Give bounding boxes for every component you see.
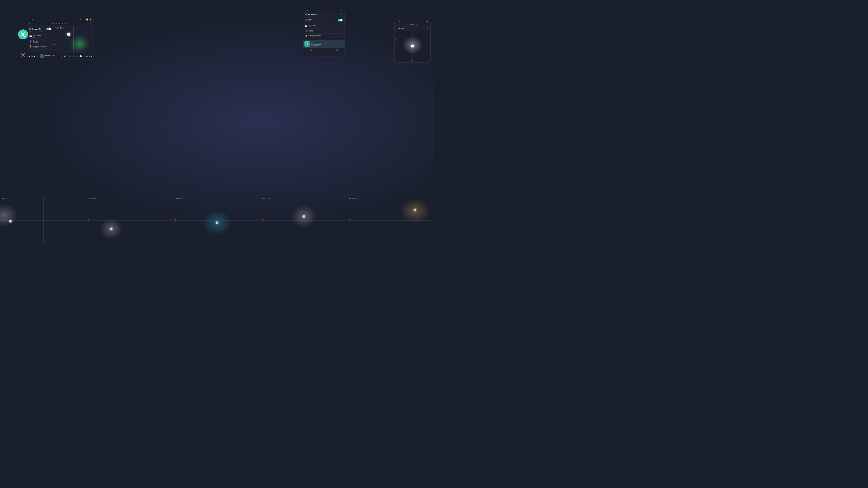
setting-name-yob: Year of Birth xyxy=(33,35,50,37)
dialog-toggle-label: Personi-Fi xyxy=(305,19,324,20)
gear-icon[interactable]: ⚙ xyxy=(72,55,74,57)
setting-value-le: Average xyxy=(33,47,50,48)
tone-panel-1: Audio Tone Clarity ←Power→ xyxy=(0,197,87,244)
personi-fi-icon[interactable] xyxy=(18,29,28,39)
third-nav-back[interactable]: ◁ xyxy=(401,64,402,64)
phone-content: Personi-Fi Optimize your sound for your … xyxy=(27,26,94,56)
messages-icon[interactable]: 💬 xyxy=(79,55,82,57)
listening-experience-row[interactable]: 👂 Listening Experience Average › xyxy=(29,44,51,50)
svg-rect-2 xyxy=(24,32,25,36)
now-playing-bar: q qobuz SeatSonic Demo Harman Kardon xyxy=(303,40,344,48)
status-bar: 11:45 4G ▲ 📶 🔋 xyxy=(27,18,94,21)
tone-glow-1 xyxy=(0,204,18,227)
svg-rect-7 xyxy=(305,14,306,15)
nav-home[interactable]: ○ xyxy=(323,49,324,51)
dialog-le-row[interactable]: 👂 Listening Experience Average › xyxy=(305,34,343,39)
audio-tone-body[interactable]: Clarity ←Power→ xyxy=(395,31,430,62)
volume-value-left: 22.0 xyxy=(31,55,35,57)
clarity-label: Clarity xyxy=(395,39,397,42)
chevron-gender: › xyxy=(51,41,51,42)
svg-point-3 xyxy=(22,54,24,56)
tone-power-2: ←Power→ xyxy=(126,241,134,242)
close-button[interactable]: ✕ xyxy=(90,22,92,25)
dialog-close-button[interactable]: ✕ xyxy=(341,13,343,15)
tone-ch-v-3 xyxy=(217,197,217,244)
at-close[interactable]: ✕ xyxy=(427,28,429,30)
svg-rect-8 xyxy=(306,14,306,15)
volume-value-right: 22.0 xyxy=(86,55,90,57)
volume-second: ‹ xyxy=(85,55,85,57)
dialog-yob-row[interactable]: 📅 Year of Birth 1997 › xyxy=(305,23,343,29)
third-icons: ▲▲ xyxy=(397,21,401,23)
audio-tone-title: Audio Tone xyxy=(53,26,94,30)
crosshair-v xyxy=(73,26,74,56)
tone-dot-2[interactable] xyxy=(110,228,113,230)
secondary-time-val: 11:11 xyxy=(339,10,342,11)
svg-rect-9 xyxy=(307,13,307,15)
gender-row[interactable]: 👤 Gender Female › xyxy=(29,39,51,44)
chevron-le: › xyxy=(51,46,51,48)
settings-panel: Personi-Fi Optimize your sound for your … xyxy=(27,26,53,56)
tone-clarity-3: Clarity xyxy=(175,218,176,222)
dialog-body: Personi-Fi Optimize your sound for your … xyxy=(303,17,344,40)
phone-nav: ◁ ○ □ xyxy=(303,48,344,52)
tone-power-5: ←Power→ xyxy=(387,241,395,242)
year-of-birth-row[interactable]: 📅 Year of Birth 1997 › xyxy=(29,34,51,39)
phone-icon[interactable]: 📞 xyxy=(75,55,78,57)
tone-clarity-2: Clarity xyxy=(88,218,89,222)
now-playing: SeatSonic Demo Harman Kardon xyxy=(39,54,59,58)
clarity-axis-label: ↑Clarity↓ xyxy=(53,43,57,45)
tone-panel-2: Audio Tone Clarity ←Power→ xyxy=(87,197,174,244)
nav-recent[interactable]: □ xyxy=(336,49,338,51)
time: 11:45 xyxy=(30,19,34,21)
phone-header: ‹ harman/kardon ✕ xyxy=(27,21,94,26)
dialog-gender-row[interactable]: 👤 Gender Female › xyxy=(305,29,343,34)
grid-icon[interactable]: ⊞ xyxy=(69,55,71,57)
app-title: harman/kardon xyxy=(30,22,90,25)
svg-rect-0 xyxy=(21,33,22,36)
pause-icon[interactable]: ⏸ xyxy=(60,55,62,57)
tone-dot-4[interactable] xyxy=(303,215,305,218)
dialog-toggle-sub: Optimize your sound for your ears xyxy=(305,20,324,22)
third-status-bar: ▲▲ 11:11 xyxy=(395,20,430,24)
signal: 4G xyxy=(80,19,82,21)
tone-dot-5[interactable] xyxy=(414,208,416,211)
tone-dot-1[interactable] xyxy=(9,220,12,223)
tone-clarity-1: Clarity xyxy=(1,218,2,222)
track-artist: Harman Kardon xyxy=(45,56,56,58)
audio-dot[interactable] xyxy=(67,33,70,36)
dialog-gender-value: Female xyxy=(309,31,313,32)
third-nav-recent[interactable]: □ xyxy=(423,64,425,64)
np-artist: Harman Kardon xyxy=(311,45,343,46)
personi-fi-toggle[interactable] xyxy=(46,28,51,30)
dialog-chevron-yob: › xyxy=(342,25,343,27)
audio-tone-header: Audio tone ✕ xyxy=(395,26,430,31)
ear-icon: 👂 xyxy=(29,45,32,48)
tone-panel-3: Audio Tone Clarity ←Power→ xyxy=(174,197,260,244)
svg-rect-5 xyxy=(30,29,31,30)
audio-tone-panel: Audio Tone ↑Clarity↓ ←Power→ xyxy=(53,26,94,56)
audio-tone-canvas[interactable]: ↑Clarity↓ ←Power→ xyxy=(53,26,94,56)
tone-panel-4: Audio Tone Clarity ←Power→ xyxy=(260,197,347,244)
svg-rect-1 xyxy=(23,33,24,36)
at-dot[interactable] xyxy=(411,45,414,47)
main-phone: 11:45 4G ▲ 📶 🔋 ‹ harman/kardon ✕ xyxy=(27,18,94,59)
dialog-toggle-row: Personi-Fi Optimize your sound for your … xyxy=(305,19,343,22)
volume-icon[interactable]: 🔊 xyxy=(64,55,66,57)
dialog-header: PERSONI-FI ✕ xyxy=(303,12,344,17)
power-label: ←Power→ xyxy=(409,60,416,61)
dialog-yob-value: 1997 xyxy=(309,26,316,27)
personi-fi-subtitle: Optimize your sound for your ears xyxy=(29,31,51,33)
tone-dot-3[interactable] xyxy=(216,221,218,224)
dialog-toggle[interactable] xyxy=(338,19,343,22)
nav-back[interactable]: ◁ xyxy=(310,49,312,51)
svg-rect-6 xyxy=(31,28,31,30)
tone-power-4: ←Power→ xyxy=(300,241,308,242)
third-nav-home[interactable]: ○ xyxy=(412,64,413,64)
tone-clarity-4: Clarity xyxy=(262,218,263,222)
tone-power-1: ←Power→ xyxy=(39,241,47,242)
tone-ch-v-2 xyxy=(130,197,130,244)
tone-panel-5: Audio Tone Clarity ←Power→ xyxy=(347,197,434,244)
settings-icon[interactable] xyxy=(18,50,28,60)
secondary-phone: ▲▲ 11:11 PERSONI-FI ✕ Personi-Fi Optimiz… xyxy=(303,9,345,57)
